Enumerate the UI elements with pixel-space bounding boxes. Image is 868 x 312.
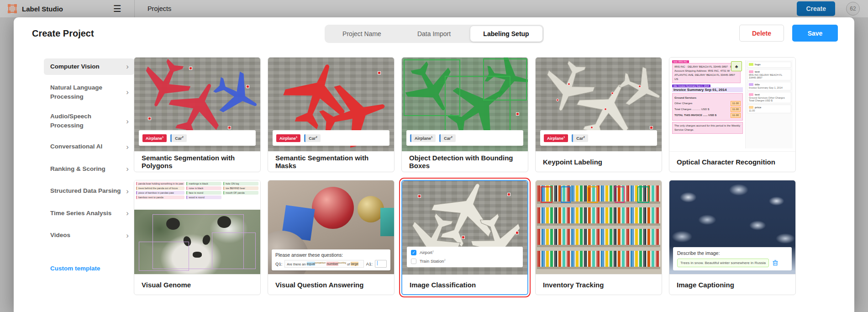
topbar-divider xyxy=(134,0,135,17)
vqa-panel: Please answer these questions: Q1: Are t… xyxy=(272,249,390,271)
template-title: Keypoint Labeling xyxy=(536,151,662,172)
template-card-semantic-segmentation-masks[interactable]: Airplane1 Car2 Semantic Segmentation wit… xyxy=(268,57,395,172)
template-thumbnail: Airplane1 Car2 xyxy=(134,58,260,151)
template-title: Visual Question Answering xyxy=(268,274,394,295)
panda-photo xyxy=(134,210,260,274)
label-tag-bar: Airplane1 Car2 xyxy=(273,130,389,146)
vqa-prompt: Please answer these questions: xyxy=(275,252,387,258)
sidebar-item-videos[interactable]: Videos› xyxy=(44,227,134,244)
ocr-address-region: IRIS INC · DELRAY BEACH FL 33445-3897 · … xyxy=(672,63,741,83)
label-studio-logo-icon xyxy=(8,5,16,13)
template-category-sidebar: Computer Vision› Natural Language Proces… xyxy=(44,58,134,272)
ocr-logo-region: ♣ xyxy=(731,61,742,71)
ocr-region-list: logo textIRIS INC DELRAY BEACH FL 33445-… xyxy=(745,60,793,148)
delete-button[interactable]: Delete xyxy=(739,25,784,42)
chevron-right-icon: › xyxy=(126,141,129,153)
template-thumbnail: Describe the image: Trees in snow. Beaut… xyxy=(669,180,795,274)
template-title: Optical Character Recognition xyxy=(669,151,795,172)
template-thumbnail: Airplane1 Car2 xyxy=(536,58,662,151)
avatar[interactable]: 62 xyxy=(846,2,860,16)
ocr-invoice-title: Invoice Summary Sep 01, 2014 xyxy=(672,87,743,92)
visual-genome-chips: panda bear holding something in its paw … xyxy=(134,180,260,210)
label-tag-bar: Airplane1 Car2 xyxy=(540,130,657,146)
modal-header: Create Project Project Name Data Import … xyxy=(14,17,854,50)
template-card-object-detection[interactable]: Airplane1 Car2 Object Detection with Bou… xyxy=(401,57,528,172)
template-title: Object Detection with Bounding Boxes xyxy=(402,151,528,172)
template-card-ocr[interactable]: ♣ text: IRIS INC IRIS INC · DELRAY BEACH… xyxy=(669,57,796,172)
car-label-tag: Car2 xyxy=(170,134,186,142)
template-title: Semantic Segmentation with Polygons xyxy=(134,151,260,172)
tab-labeling-setup[interactable]: Labeling Setup xyxy=(470,26,542,42)
template-card-semantic-segmentation-polygons[interactable]: Airplane1 Car2 Semantic Segmentation wit… xyxy=(134,57,261,172)
template-card-image-classification[interactable]: ✓ Airport1 Train Station2 Image Classifi… xyxy=(401,180,528,295)
sidebar-item-conversational-ai[interactable]: Conversational AI› xyxy=(44,139,134,155)
template-title: Image Captioning xyxy=(669,274,795,295)
template-thumbnail: ♣ text: IRIS INC IRIS INC · DELRAY BEACH… xyxy=(669,58,795,151)
choice-airport[interactable]: ✓ Airport1 xyxy=(411,250,519,255)
label-tag-bar: Airplane1 Car2 xyxy=(406,130,523,146)
template-card-image-captioning[interactable]: Describe the image: Trees in snow. Beaut… xyxy=(669,180,796,295)
template-title: Semantic Segmentation with Masks xyxy=(268,151,394,172)
app-name: Label Studio xyxy=(22,5,63,13)
template-thumbnail: Airplane1 Car2 xyxy=(402,58,528,151)
label-tag-bar: Airplane1 Car2 xyxy=(139,130,256,146)
tab-project-name[interactable]: Project Name xyxy=(326,26,398,42)
sidebar-item-audio-speech[interactable]: Audio/Speech Processing› xyxy=(44,110,134,133)
top-bar: Label Studio ☰ Projects Create 62 xyxy=(0,0,868,17)
custom-template-link[interactable]: Custom template xyxy=(44,265,134,272)
template-thumbnail: panda bear holding something in its paw … xyxy=(134,180,260,274)
sidebar-item-ranking-scoring[interactable]: Ranking & Scoring› xyxy=(44,161,134,177)
caption-input[interactable]: Trees in snow. Beautiful winter somewher… xyxy=(677,259,769,267)
template-thumbnail xyxy=(536,180,662,274)
wizard-tabs: Project Name Data Import Labeling Setup xyxy=(325,25,544,43)
vqa-a-label: A1: xyxy=(366,261,373,266)
template-card-vqa[interactable]: Please answer these questions: Q1: Are t… xyxy=(268,180,395,295)
chevron-right-icon: › xyxy=(126,185,129,197)
chevron-right-icon: › xyxy=(126,86,129,98)
template-thumbnail: Please answer these questions: Q1: Are t… xyxy=(268,180,394,274)
checkbox-unchecked-icon[interactable] xyxy=(411,259,416,264)
template-title: Visual Genome xyxy=(134,274,260,295)
create-button[interactable]: Create xyxy=(797,1,835,16)
chevron-right-icon: › xyxy=(126,207,129,219)
create-project-modal: Create Project Project Name Data Import … xyxy=(14,17,854,312)
chevron-right-icon: › xyxy=(126,61,129,73)
vqa-q-label: Q1: xyxy=(275,261,282,266)
template-thumbnail: Airplane1 Car2 xyxy=(268,58,394,151)
sidebar-item-computer-vision[interactable]: Computer Vision› xyxy=(44,58,134,75)
chevron-right-icon: › xyxy=(126,230,129,242)
nav-projects[interactable]: Projects xyxy=(147,5,171,12)
car-label-tag: Car2 xyxy=(439,134,455,142)
checkbox-checked-icon[interactable]: ✓ xyxy=(411,250,416,255)
car-label-tag: Car2 xyxy=(304,134,320,142)
vqa-answer-input[interactable]: | xyxy=(375,260,387,268)
tab-data-import[interactable]: Data Import xyxy=(398,26,470,42)
car-label-tag: Car2 xyxy=(572,134,588,142)
sidebar-item-time-series[interactable]: Time Series Analysis› xyxy=(44,205,134,222)
choice-train-station[interactable]: Train Station2 xyxy=(411,259,519,264)
ocr-price-chip: 11.00 xyxy=(731,107,741,112)
template-thumbnail: ✓ Airport1 Train Station2 xyxy=(402,181,527,275)
template-card-keypoint-labeling[interactable]: Airplane1 Car2 Keypoint Labeling xyxy=(535,57,662,172)
airplane-label-tag: Airplane1 xyxy=(276,134,300,142)
sidebar-item-structured-data[interactable]: Structured Data Parsing› xyxy=(44,183,134,200)
save-button[interactable]: Save xyxy=(792,25,838,42)
airplane-label-tag: Airplane1 xyxy=(142,134,167,142)
ocr-price-chip: 11.00 xyxy=(731,113,741,118)
airplane-label-tag: Airplane1 xyxy=(410,134,436,142)
ocr-footnote-region: The only charges accrued for this period… xyxy=(672,122,743,134)
template-card-inventory-tracking[interactable]: Inventory Tracking xyxy=(535,180,662,295)
trash-icon[interactable] xyxy=(773,260,778,266)
classification-options-panel: ✓ Airport1 Train Station2 xyxy=(407,247,523,267)
ocr-text-region-tag: text: IRIS INC xyxy=(672,60,689,63)
captioning-panel: Describe the image: Trees in snow. Beaut… xyxy=(673,247,792,270)
template-title: Inventory Tracking xyxy=(536,274,662,295)
airplane-label-tag: Airplane1 xyxy=(544,134,568,142)
ocr-invoice: ♣ text: IRIS INC IRIS INC · DELRAY BEACH… xyxy=(672,60,743,148)
ocr-title-region-tag: title: Invoice Summary Sep 1, 2014 xyxy=(672,85,710,87)
caption-prompt: Describe the image: xyxy=(677,250,788,256)
template-card-visual-genome[interactable]: panda bear holding something in its paw … xyxy=(134,180,261,295)
sidebar-item-nlp[interactable]: Natural Language Processing› xyxy=(44,81,134,104)
menu-icon[interactable]: ☰ xyxy=(113,3,121,14)
chevron-right-icon: › xyxy=(126,116,129,127)
